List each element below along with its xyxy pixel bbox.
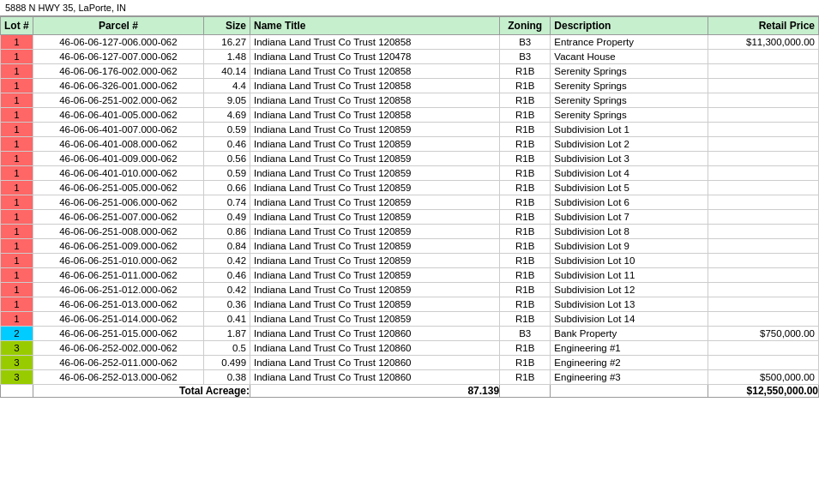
zoning-cell: B3 (500, 50, 551, 64)
name-cell: Indiana Land Trust Co Trust 120858 (250, 35, 500, 50)
parcel-cell: 46-06-06-401-009.000-062 (33, 152, 203, 166)
size-cell: 1.48 (204, 50, 250, 64)
parcel-cell: 46-06-06-252-011.000-062 (33, 356, 203, 370)
title-bar: 5888 N HWY 35, LaPorte, IN (0, 0, 819, 16)
header-row: Lot # Parcel # Size Name Title Zoning De… (1, 17, 819, 35)
desc-cell: Subdivision Lot 12 (551, 283, 708, 297)
desc-cell: Subdivision Lot 8 (551, 225, 708, 239)
zoning-cell: R1B (500, 370, 551, 385)
table-row: 346-06-06-252-002.000-0620.5Indiana Land… (1, 341, 819, 356)
name-cell: Indiana Land Trust Co Trust 120859 (250, 137, 500, 152)
size-cell: 0.56 (204, 152, 250, 166)
parcel-cell: 46-06-06-401-005.000-062 (33, 108, 203, 123)
price-cell (708, 283, 818, 297)
name-cell: Indiana Land Trust Co Trust 120859 (250, 268, 500, 283)
desc-cell: Serenity Springs (551, 79, 708, 93)
col-header-parcel: Parcel # (33, 17, 203, 35)
lot-cell: 1 (1, 93, 33, 108)
desc-cell: Subdivision Lot 6 (551, 195, 708, 210)
col-header-desc: Description (551, 17, 708, 35)
name-cell: Indiana Land Trust Co Trust 120859 (250, 254, 500, 268)
lot-cell: 3 (1, 356, 33, 370)
parcel-cell: 46-06-06-401-008.000-062 (33, 137, 203, 152)
name-cell: Indiana Land Trust Co Trust 120859 (250, 195, 500, 210)
price-cell: $11,300,000.00 (708, 35, 818, 50)
lot-cell: 1 (1, 123, 33, 137)
desc-cell: Serenity Springs (551, 108, 708, 123)
zoning-cell: R1B (500, 341, 551, 356)
zoning-cell: R1B (500, 108, 551, 123)
lot-cell: 1 (1, 210, 33, 225)
name-cell: Indiana Land Trust Co Trust 120859 (250, 210, 500, 225)
address-title: 5888 N HWY 35, LaPorte, IN (5, 3, 126, 13)
parcel-cell: 46-06-06-251-006.000-062 (33, 195, 203, 210)
lot-cell: 1 (1, 181, 33, 195)
size-cell: 0.74 (204, 195, 250, 210)
lot-cell: 2 (1, 327, 33, 341)
zoning-cell: R1B (500, 79, 551, 93)
table-row: 146-06-06-401-005.000-0624.69Indiana Lan… (1, 108, 819, 123)
price-cell: $750,000.00 (708, 327, 818, 341)
zoning-cell: R1B (500, 152, 551, 166)
table-row: 146-06-06-401-007.000-0620.59Indiana Lan… (1, 123, 819, 137)
zoning-cell: R1B (500, 166, 551, 181)
price-cell: $500,000.00 (708, 370, 818, 385)
lot-cell: 1 (1, 225, 33, 239)
lot-cell: 1 (1, 35, 33, 50)
price-cell (708, 50, 818, 64)
name-cell: Indiana Land Trust Co Trust 120859 (250, 123, 500, 137)
price-cell (708, 79, 818, 93)
price-cell (708, 225, 818, 239)
desc-cell: Entrance Property (551, 35, 708, 50)
name-cell: Indiana Land Trust Co Trust 120859 (250, 152, 500, 166)
lot-cell: 1 (1, 239, 33, 254)
table-row: 346-06-06-252-013.000-0620.38Indiana Lan… (1, 370, 819, 385)
footer-empty-lot (1, 385, 33, 398)
table-row: 146-06-06-176-002.000-06240.14Indiana La… (1, 64, 819, 79)
parcel-cell: 46-06-06-251-008.000-062 (33, 225, 203, 239)
size-cell: 0.59 (204, 166, 250, 181)
table-row: 246-06-06-251-015.000-0621.87Indiana Lan… (1, 327, 819, 341)
name-cell: Indiana Land Trust Co Trust 120858 (250, 108, 500, 123)
desc-cell: Subdivision Lot 13 (551, 297, 708, 312)
lot-cell: 1 (1, 166, 33, 181)
zoning-cell: R1B (500, 356, 551, 370)
size-cell: 0.42 (204, 283, 250, 297)
table-row: 146-06-06-251-011.000-0620.46Indiana Lan… (1, 268, 819, 283)
price-cell (708, 312, 818, 327)
price-cell (708, 297, 818, 312)
name-cell: Indiana Land Trust Co Trust 120859 (250, 166, 500, 181)
zoning-cell: B3 (500, 327, 551, 341)
name-cell: Indiana Land Trust Co Trust 120859 (250, 181, 500, 195)
table-row: 146-06-06-251-009.000-0620.84Indiana Lan… (1, 239, 819, 254)
footer-row: Total Acreage: 87.139 $12,550,000.00 (1, 385, 819, 398)
name-cell: Indiana Land Trust Co Trust 120860 (250, 356, 500, 370)
size-cell: 0.46 (204, 268, 250, 283)
desc-cell: Subdivision Lot 7 (551, 210, 708, 225)
col-header-name: Name Title (250, 17, 500, 35)
zoning-cell: R1B (500, 254, 551, 268)
price-cell (708, 210, 818, 225)
property-table: Lot # Parcel # Size Name Title Zoning De… (0, 16, 819, 398)
footer-total-acreage: 87.139 (250, 385, 500, 398)
size-cell: 0.86 (204, 225, 250, 239)
desc-cell: Serenity Springs (551, 64, 708, 79)
zoning-cell: B3 (500, 35, 551, 50)
name-cell: Indiana Land Trust Co Trust 120859 (250, 312, 500, 327)
desc-cell: Vacant House (551, 50, 708, 64)
parcel-cell: 46-06-06-401-010.000-062 (33, 166, 203, 181)
desc-cell: Bank Property (551, 327, 708, 341)
lot-cell: 1 (1, 268, 33, 283)
size-cell: 0.499 (204, 356, 250, 370)
parcel-cell: 46-06-06-251-005.000-062 (33, 181, 203, 195)
zoning-cell: R1B (500, 312, 551, 327)
price-cell (708, 268, 818, 283)
price-cell (708, 166, 818, 181)
table-row: 146-06-06-401-010.000-0620.59Indiana Lan… (1, 166, 819, 181)
footer-empty-zoning (500, 385, 551, 398)
parcel-cell: 46-06-06-251-014.000-062 (33, 312, 203, 327)
parcel-cell: 46-06-06-251-011.000-062 (33, 268, 203, 283)
desc-cell: Engineering #2 (551, 356, 708, 370)
price-cell (708, 341, 818, 356)
lot-cell: 3 (1, 370, 33, 385)
